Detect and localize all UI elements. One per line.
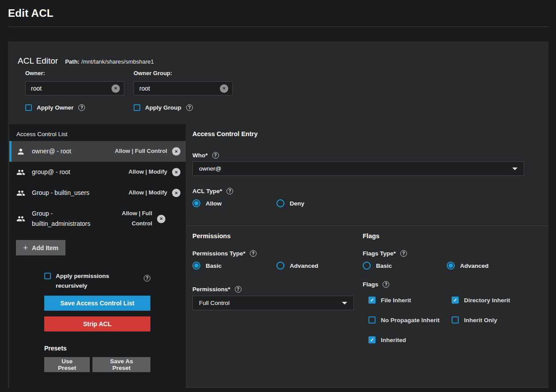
acl-type-deny-radio[interactable]: Deny	[276, 199, 360, 207]
owner-group-label: Owner Group:	[134, 70, 233, 76]
owner-group-input-value: root	[139, 85, 220, 92]
remove-icon[interactable]	[157, 215, 165, 223]
group-icon	[16, 214, 26, 223]
flag-label: Directory Inherit	[464, 297, 510, 304]
flag-label: File Inherit	[381, 297, 411, 304]
acl-type-allow-radio[interactable]: Allow	[192, 199, 276, 207]
flags-type-label: Flags Type*	[363, 250, 396, 257]
clear-icon[interactable]	[111, 84, 120, 93]
help-icon[interactable]	[383, 281, 389, 288]
chevron-down-icon	[342, 302, 347, 304]
checkbox-icon	[368, 316, 376, 323]
acl-item-who: owner@ - root	[32, 146, 115, 156]
flag-inherited-checkbox[interactable]: Inherited	[363, 336, 446, 343]
group-icon	[16, 168, 26, 177]
strip-acl-button[interactable]: Strip ACL	[44, 316, 150, 331]
checkbox-icon	[368, 336, 376, 343]
flags-type-basic-radio[interactable]: Basic	[363, 262, 447, 270]
section-divider	[186, 225, 548, 226]
acl-item-owner[interactable]: owner@ - root Allow | Full Control	[9, 141, 186, 162]
permissions-select[interactable]: Full Control	[192, 296, 354, 310]
help-icon[interactable]	[250, 250, 257, 257]
permissions-type-advanced-radio[interactable]: Advanced	[276, 262, 360, 270]
acl-item-perm: Allow | Modify	[129, 188, 167, 198]
remove-icon[interactable]	[172, 147, 180, 156]
permissions-section: Permissions Permissions Type* Basic Adva…	[192, 232, 363, 343]
page-title: Edit ACL	[8, 7, 548, 19]
flag-label: Inherited	[381, 337, 406, 343]
flags-label: Flags	[363, 281, 378, 288]
flags-type-advanced-radio[interactable]: Advanced	[447, 262, 531, 270]
clear-icon[interactable]	[220, 84, 228, 93]
page-header: Edit ACL	[0, 0, 556, 19]
flag-file-inherit-checkbox[interactable]: File Inherit	[363, 297, 446, 304]
flag-label: No Propagate Inherit	[381, 317, 440, 323]
help-icon[interactable]	[212, 152, 219, 159]
flags-title: Flags	[363, 232, 541, 240]
radio-icon	[192, 262, 200, 270]
acl-item-who: group@ - root	[32, 167, 129, 177]
save-as-preset-button[interactable]: Save As Preset	[92, 357, 150, 372]
chevron-down-icon	[512, 167, 518, 170]
checkbox-icon	[368, 297, 376, 304]
flag-directory-inherit-checkbox[interactable]: Directory Inherit	[446, 297, 529, 304]
acl-list-title: Access Control List	[9, 124, 186, 141]
permissions-type-label: Permissions Type*	[192, 250, 245, 257]
help-icon[interactable]	[235, 286, 242, 293]
acl-item-group[interactable]: group@ - root Allow | Modify	[9, 162, 186, 183]
who-label: Who*	[192, 152, 208, 159]
acl-item-builtin-users[interactable]: Group - builtin_users Allow | Modify	[9, 183, 186, 203]
flag-inherit-only-checkbox[interactable]: Inherit Only	[446, 316, 529, 323]
flag-no-propagate-inherit-checkbox[interactable]: No Propagate Inherit	[363, 316, 446, 323]
flag-label: Inherit Only	[464, 317, 497, 323]
radio-label: Advanced	[460, 263, 489, 269]
acl-item-who: Group - builtin_administrators	[32, 209, 110, 229]
permissions-title: Permissions	[192, 232, 363, 240]
acl-item-who: Group - builtin_users	[32, 188, 129, 198]
add-item-label: Add Item	[32, 244, 58, 251]
apply-owner-checkbox[interactable]	[25, 104, 32, 111]
radio-icon	[363, 262, 371, 270]
use-preset-button[interactable]: Use Preset	[44, 357, 90, 372]
help-icon[interactable]	[144, 275, 150, 282]
help-icon[interactable]	[226, 188, 233, 194]
acl-type-label: ACL Type*	[192, 188, 222, 194]
acl-item-perm: Allow | Modify	[129, 167, 167, 177]
path-value: /mnt/tank/shares/smbshare1	[81, 58, 154, 65]
remove-icon[interactable]	[172, 168, 180, 176]
save-acl-button[interactable]: Save Access Control List	[44, 296, 150, 311]
acl-editor-card: ACL Editor Path:/mnt/tank/shares/smbshar…	[8, 42, 548, 388]
radio-label: Deny	[290, 200, 304, 207]
remove-icon[interactable]	[172, 189, 180, 197]
help-icon[interactable]	[400, 250, 407, 257]
dataset-path: Path:/mnt/tank/shares/smbshare1	[65, 58, 154, 65]
group-icon	[16, 189, 26, 198]
acl-item-builtin-administrators[interactable]: Group - builtin_administrators Allow | F…	[9, 203, 186, 234]
radio-icon	[276, 262, 284, 270]
apply-group-label: Apply Group	[145, 104, 181, 111]
radio-icon	[276, 199, 284, 207]
owner-input[interactable]: root	[25, 81, 124, 95]
help-icon[interactable]	[78, 104, 85, 111]
checkbox-icon	[452, 316, 459, 323]
radio-icon	[192, 199, 200, 207]
acl-item-perm: Allow | Full Control	[115, 146, 167, 156]
permissions-select-value: Full Control	[199, 300, 342, 306]
person-icon	[16, 147, 26, 156]
radio-label: Advanced	[290, 263, 318, 269]
apply-recursively-label: Apply permissions recursively	[56, 271, 139, 291]
help-icon[interactable]	[186, 104, 193, 111]
apply-group-checkbox[interactable]	[134, 104, 140, 111]
apply-recursively-checkbox[interactable]	[44, 273, 51, 279]
ace-title: Access Control Entry	[192, 130, 541, 137]
owner-label: Owner:	[25, 70, 124, 76]
add-item-button[interactable]: Add Item	[16, 240, 65, 255]
access-control-list-panel: Access Control List owner@ - root Allow …	[9, 124, 186, 388]
acl-editor-title: ACL Editor	[18, 56, 58, 66]
acl-item-perm: Allow | Full Control	[110, 209, 152, 229]
owner-group-input[interactable]: root	[134, 81, 233, 95]
permissions-type-basic-radio[interactable]: Basic	[192, 262, 276, 270]
radio-label: Allow	[206, 200, 222, 207]
who-select[interactable]: owner@	[192, 161, 524, 176]
permissions-label: Permissions*	[192, 286, 230, 293]
